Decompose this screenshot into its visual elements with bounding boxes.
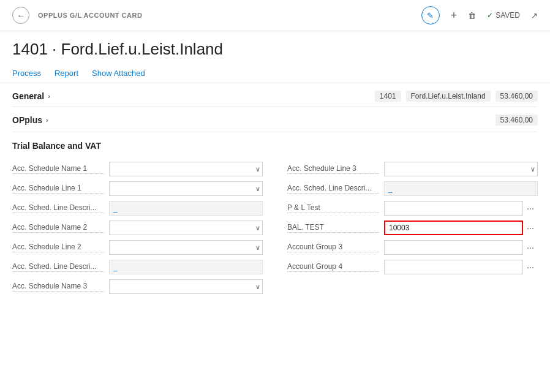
- right-fields-column: Acc. Schedule Line 3 ∨ Acc. Sched. Line …: [287, 159, 538, 296]
- label-acc-sched-line-descri-3: Acc. Sched. Line Descri...: [287, 184, 379, 194]
- opplus-section-title: OPplus ›: [12, 115, 48, 125]
- label-account-group-4: Account Group 4: [287, 262, 379, 272]
- expand-icon: ↗: [531, 11, 538, 20]
- app-title: OPPLUS G/L ACCOUNT CARD: [38, 12, 421, 19]
- label-acc-schedule-line-3: Acc. Schedule Line 3: [287, 164, 379, 174]
- input-acc-schedule-name-2[interactable]: [109, 221, 263, 235]
- general-section-title: General ›: [12, 91, 50, 101]
- field-acc-sched-line-descri-3: Acc. Sched. Line Descri... _: [287, 179, 538, 198]
- field-bal-test: BAL. TEST 10003 ···: [287, 218, 538, 238]
- label-acc-schedule-name-3: Acc. Schedule Name 3: [12, 282, 104, 292]
- input-acc-sched-line-descri-2: _: [109, 260, 263, 274]
- input-acc-schedule-line-2[interactable]: [109, 240, 263, 255]
- input-acc-schedule-name-3[interactable]: [109, 279, 263, 294]
- expand-button[interactable]: ↗: [531, 11, 538, 20]
- input-account-group-3[interactable]: [384, 240, 523, 255]
- field-acc-schedule-name-1: Acc. Schedule Name 1 ∨: [12, 159, 263, 179]
- input-acc-schedule-line-3[interactable]: [384, 162, 538, 176]
- label-account-group-3: Account Group 3: [287, 243, 379, 252]
- opplus-chevron-icon: ›: [46, 116, 48, 124]
- field-acc-schedule-name-3: Acc. Schedule Name 3 ∨: [12, 277, 263, 296]
- menu-process[interactable]: Process: [12, 65, 41, 83]
- back-icon: ←: [17, 11, 25, 20]
- label-acc-sched-line-descri-2: Acc. Sched. Line Descri...: [12, 262, 104, 272]
- input-account-group-4[interactable]: [384, 260, 523, 274]
- check-icon: ✓: [487, 11, 493, 20]
- field-acc-sched-line-descri-2: Acc. Sched. Line Descri... _: [12, 257, 263, 277]
- field-account-group-3: Account Group 3 ···: [287, 238, 538, 257]
- field-acc-schedule-line-3: Acc. Schedule Line 3 ∨: [287, 159, 538, 179]
- general-name-pill: Ford.Lief.u.Leist.Inland: [406, 91, 491, 102]
- label-bal-test: BAL. TEST: [287, 223, 379, 233]
- bal-test-ellipsis[interactable]: ···: [523, 221, 538, 235]
- label-acc-schedule-line-2: Acc. Schedule Line 2: [12, 243, 104, 252]
- label-acc-schedule-name-2: Acc. Schedule Name 2: [12, 223, 104, 233]
- general-balance-pill: 53.460,00: [495, 91, 538, 102]
- page-title: 1401 · Ford.Lief.u.Leist.Inland: [12, 40, 538, 59]
- label-acc-sched-line-descri-1: Acc. Sched. Line Descri...: [12, 203, 104, 213]
- input-p-and-l-test[interactable]: [384, 201, 523, 216]
- opplus-balance-pill: 53.460,00: [495, 115, 538, 126]
- field-acc-sched-line-descri-1: Acc. Sched. Line Descri... _: [12, 198, 263, 218]
- input-acc-schedule-line-1[interactable]: [109, 181, 263, 196]
- field-p-and-l-test: P & L Test ···: [287, 198, 538, 218]
- delete-button[interactable]: 🗑: [468, 11, 476, 20]
- menu-report[interactable]: Report: [55, 65, 78, 83]
- field-acc-schedule-line-2: Acc. Schedule Line 2 ∨: [12, 238, 263, 257]
- field-acc-schedule-line-1: Acc. Schedule Line 1 ∨: [12, 179, 263, 198]
- input-acc-schedule-name-1[interactable]: [109, 162, 263, 176]
- saved-status: ✓ SAVED: [487, 11, 520, 20]
- account-group-3-ellipsis[interactable]: ···: [523, 240, 538, 255]
- label-acc-schedule-line-1: Acc. Schedule Line 1: [12, 184, 104, 194]
- field-account-group-4: Account Group 4 ···: [287, 257, 538, 277]
- menu-show-attached[interactable]: Show Attached: [92, 65, 145, 83]
- input-acc-sched-line-descri-3: _: [384, 181, 538, 196]
- general-section-header[interactable]: General › 1401 Ford.Lief.u.Leist.Inland …: [12, 83, 538, 107]
- edit-button[interactable]: ✎: [421, 6, 440, 24]
- back-button[interactable]: ←: [12, 7, 29, 24]
- vat-section-title: Trial Balance and VAT: [12, 141, 538, 151]
- account-group-4-ellipsis[interactable]: ···: [523, 260, 538, 274]
- add-icon: +: [451, 9, 458, 22]
- delete-icon: 🗑: [468, 11, 476, 20]
- label-acc-schedule-name-1: Acc. Schedule Name 1: [12, 164, 104, 174]
- opplus-section-header[interactable]: OPplus › 53.460,00: [12, 115, 538, 126]
- edit-icon: ✎: [427, 11, 434, 20]
- input-bal-test[interactable]: 10003: [384, 221, 523, 235]
- label-p-and-l-test: P & L Test: [287, 203, 379, 213]
- general-code-pill: 1401: [375, 91, 401, 102]
- field-acc-schedule-name-2: Acc. Schedule Name 2 ∨: [12, 218, 263, 238]
- general-chevron-icon: ›: [48, 92, 50, 100]
- left-fields-column: Acc. Schedule Name 1 ∨ Acc. Schedule Lin…: [12, 159, 263, 296]
- p-and-l-test-ellipsis[interactable]: ···: [523, 201, 538, 216]
- add-button[interactable]: +: [451, 9, 458, 22]
- input-acc-sched-line-descri-1: _: [109, 201, 263, 216]
